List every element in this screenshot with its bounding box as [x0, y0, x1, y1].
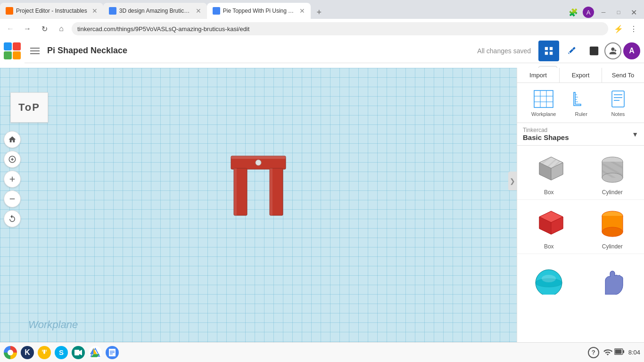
gallery-button[interactable]	[584, 41, 604, 61]
svg-rect-3	[590, 46, 598, 55]
tab-label-2: 3D design Amazing Bruticus-Ka...	[119, 8, 191, 14]
svg-rect-22	[234, 168, 237, 215]
svg-rect-23	[270, 168, 272, 215]
import-button[interactable]: Import	[517, 68, 560, 82]
shape-item-hand[interactable]	[581, 254, 644, 301]
avatar-initials: A	[629, 47, 635, 55]
shapes-dropdown-button[interactable]: ▼	[632, 131, 638, 138]
workplane-label: Workplane	[531, 111, 556, 117]
zoom-in-button[interactable]	[4, 171, 21, 188]
ruler-icon	[570, 89, 593, 109]
taskbar-keep-icon[interactable]	[38, 346, 51, 359]
notes-icon	[606, 89, 630, 109]
shapes-category: Basic Shapes	[523, 133, 569, 141]
taskbar-drive-icon[interactable]	[89, 346, 102, 359]
panel-collapse-handle[interactable]: ❯	[508, 172, 517, 190]
minimize-button[interactable]: ─	[597, 6, 610, 19]
shape-label-cylinder-gray: Cylinder	[602, 189, 623, 196]
canvas-area[interactable]: Workplane	[0, 68, 517, 342]
export-button[interactable]: Export	[560, 68, 602, 82]
logo-cell-orange	[13, 51, 21, 59]
save-status: All changes saved	[477, 47, 531, 55]
svg-rect-79	[615, 350, 621, 354]
box-red-icon	[532, 207, 565, 240]
question-icon[interactable]: ?	[588, 347, 599, 358]
svg-marker-68	[79, 350, 82, 355]
svg-rect-25	[534, 90, 553, 107]
build-button[interactable]	[561, 41, 582, 61]
svg-rect-0	[30, 48, 40, 49]
notes-panel-item[interactable]: Notes	[606, 89, 630, 117]
pi-3d-shape[interactable]	[230, 155, 287, 221]
user-avatar[interactable]: A	[623, 42, 640, 59]
project-title: Pi Shaped Necklace	[47, 46, 477, 56]
home-view-button[interactable]	[4, 131, 21, 148]
shape-item-box-gray[interactable]: Box	[517, 146, 581, 200]
address-bar-input[interactable]	[72, 22, 608, 35]
shape-label-box-gray: Box	[544, 189, 554, 196]
tinkercad-logo[interactable]	[0, 39, 25, 63]
workplane-watermark: Workplane	[28, 319, 78, 331]
new-tab-button[interactable]: +	[313, 6, 326, 19]
shape-item-cylinder-gray[interactable]: Cylinder	[581, 146, 644, 200]
back-button[interactable]: ←	[4, 22, 17, 35]
view-indicator[interactable]: ToP	[10, 92, 48, 123]
add-user-button[interactable]	[604, 42, 621, 59]
view-label: ToP	[18, 101, 40, 114]
svg-rect-1	[30, 50, 40, 51]
tab-close-1[interactable]: ✕	[92, 7, 98, 15]
taskbar-docs-icon[interactable]	[106, 346, 119, 359]
logo-cell-red	[13, 42, 21, 50]
workplane-panel-item[interactable]: Workplane	[531, 89, 556, 117]
send-to-button[interactable]: Send To	[602, 68, 644, 82]
shape-item-sphere-teal[interactable]	[517, 254, 581, 301]
box-gray-icon	[532, 153, 565, 186]
shapes-grid: Box	[517, 146, 644, 301]
workplane-icon	[532, 89, 555, 109]
home-button[interactable]: ⌂	[55, 22, 68, 35]
refresh-button[interactable]: ↻	[38, 22, 51, 35]
maximize-button[interactable]: □	[612, 6, 625, 19]
taskbar-chrome-icon[interactable]	[4, 346, 17, 359]
cylinder-orange-icon	[596, 207, 629, 240]
shape-item-cylinder-orange[interactable]: Cylinder	[581, 200, 644, 254]
taskbar-skype-icon[interactable]: S	[55, 346, 68, 359]
right-panel: Import Export Send To Workplane	[517, 68, 644, 342]
tab-3d-design[interactable]: 3D design Amazing Bruticus-Ka... ✕	[103, 3, 207, 19]
tab-close-2[interactable]: ✕	[196, 7, 201, 15]
rotate-view-button[interactable]	[4, 210, 21, 227]
sphere-teal-icon	[532, 262, 565, 295]
wifi-icon	[603, 348, 612, 357]
menu-button[interactable]	[26, 42, 43, 59]
svg-rect-21	[231, 156, 286, 159]
taskbar-time: 8:04	[628, 349, 640, 356]
shape-label-box-red: Box	[544, 243, 554, 250]
svg-point-61	[602, 227, 623, 237]
battery-icon	[614, 348, 625, 356]
zoom-out-button[interactable]	[4, 190, 21, 207]
profile-button[interactable]: A	[582, 6, 595, 19]
shapes-provider: Tinkercad	[523, 127, 569, 133]
notes-label: Notes	[611, 111, 625, 117]
logo-cell-blue	[4, 42, 12, 50]
forward-button[interactable]: →	[21, 22, 34, 35]
svg-marker-72	[90, 348, 93, 354]
taskbar-klaviyo-icon[interactable]: K	[21, 346, 34, 359]
close-window-button[interactable]: ✕	[627, 6, 640, 19]
fit-view-button[interactable]	[4, 151, 21, 168]
tab-close-3[interactable]: ✕	[299, 7, 305, 15]
status-icons: ? 8:04	[588, 347, 640, 358]
shape-label-cylinder-orange: Cylinder	[602, 243, 623, 250]
chrome-menu-button[interactable]: ⋮	[627, 22, 640, 35]
svg-rect-2	[30, 53, 40, 54]
taskbar-meet-icon[interactable]	[72, 346, 85, 359]
ruler-panel-item[interactable]: Ruler	[570, 89, 593, 117]
tab-instructables[interactable]: Project Editor - Instructables ✕	[0, 3, 103, 19]
3d-view-button[interactable]	[538, 41, 559, 61]
tab-favicon-3	[213, 7, 220, 15]
tab-pie-pi[interactable]: Pie Topped With Pi Using Tinker ✕	[207, 3, 311, 19]
extensions-icon[interactable]: ⚡	[612, 22, 625, 35]
shapes-selector: Tinkercad Basic Shapes ▼	[517, 123, 644, 146]
shape-item-box-red[interactable]: Box	[517, 200, 581, 254]
extensions-button[interactable]: 🧩	[567, 6, 580, 19]
